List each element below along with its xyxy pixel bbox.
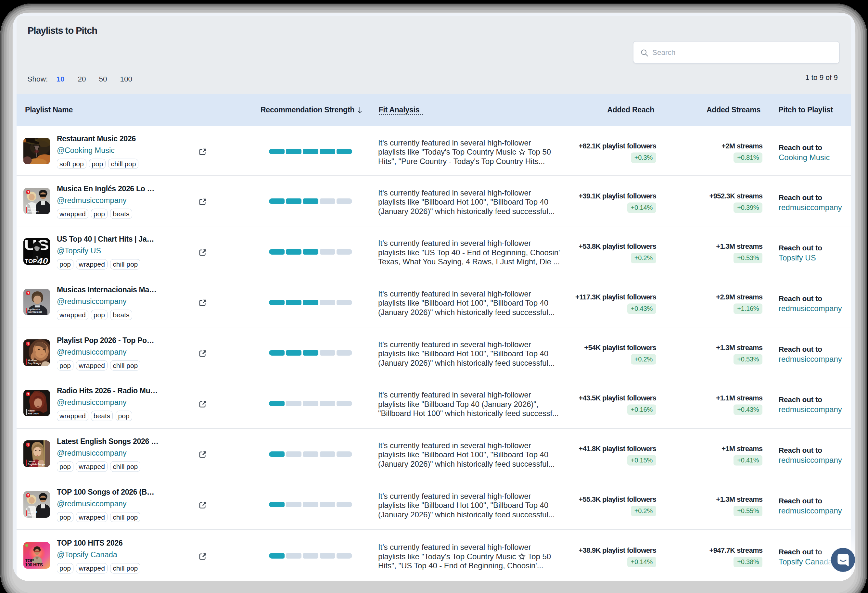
svg-text:TOP: TOP <box>25 258 37 264</box>
svg-text:₹: ₹ <box>28 443 30 446</box>
svg-text:En Inglés: En Inglés <box>28 210 39 213</box>
svg-text:₹: ₹ <box>28 342 30 345</box>
svg-text:Best Hit: Best Hit <box>28 510 37 513</box>
svg-text:Internacional: Internacional <box>28 311 42 313</box>
svg-text:Music: Music <box>28 513 35 516</box>
svg-text:Hits 2024: Hits 2024 <box>28 412 39 415</box>
svg-text:Latest: Latest <box>28 460 35 463</box>
svg-text:₹: ₹ <box>28 190 30 193</box>
svg-text:English Songs: English Songs <box>28 463 45 466</box>
svg-text:₹: ₹ <box>28 393 30 396</box>
svg-text:100 HITS: 100 HITS <box>25 562 43 567</box>
svg-text:Musica: Musica <box>28 207 37 210</box>
svg-text:Radio: Radio <box>28 409 35 412</box>
svg-text:Pop Songs: Pop Songs <box>28 361 41 364</box>
svg-text:40: 40 <box>37 257 48 265</box>
svg-text:₹: ₹ <box>28 494 30 497</box>
svg-text:₹: ₹ <box>28 292 30 295</box>
svg-text:Modern: Modern <box>28 359 37 362</box>
